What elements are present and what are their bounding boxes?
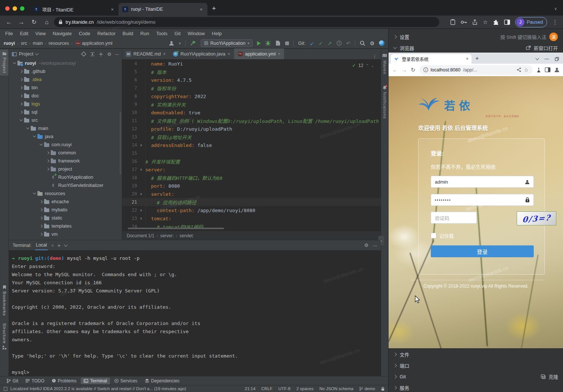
terminal-tab-local[interactable]: Local — [35, 241, 48, 250]
clone-button[interactable]: 克隆 — [541, 373, 558, 380]
breadcrumb-project[interactable]: ruoyi — [4, 41, 15, 46]
stop-button-icon[interactable] — [285, 41, 289, 45]
section-files[interactable]: 文件 — [389, 349, 563, 360]
editor-tab-application-java[interactable]: CRuoYiApplication.java× — [169, 48, 234, 59]
bookmark-star-icon[interactable]: ☆ — [524, 67, 529, 73]
tree-item[interactable]: main — [9, 124, 122, 133]
tool-stripe-maven[interactable]: m Maven — [381, 49, 388, 77]
section-ports[interactable]: 端口 — [389, 360, 563, 371]
line-ending[interactable]: CRLF — [261, 386, 273, 391]
editor-tab-application-yml[interactable]: YMLapplication.yml× — [234, 48, 284, 59]
side-panel-icon[interactable] — [545, 67, 550, 72]
tab-list-chevron-icon[interactable]: ∨ — [554, 6, 563, 16]
close-tab-icon[interactable]: × — [227, 51, 230, 57]
home-icon[interactable]: ⌂ — [41, 19, 52, 26]
tree-chevron-icon[interactable] — [32, 191, 37, 197]
toolwindow-services[interactable]: Services — [111, 378, 140, 384]
tree-chevron-icon[interactable] — [39, 199, 44, 205]
tree-chevron-icon[interactable] — [39, 224, 44, 229]
menu-navigate[interactable]: Navigate — [53, 31, 71, 36]
tree-item[interactable]: mybatis — [9, 206, 122, 214]
fullscreen-window-button[interactable] — [20, 6, 24, 11]
breadcrumb-file[interactable]: application.yml — [82, 41, 113, 46]
next-problem-icon[interactable]: ⌃ — [371, 64, 374, 67]
close-tab-icon[interactable]: × — [466, 56, 469, 61]
editor-options-kebab-icon[interactable]: ⋮ — [369, 54, 381, 59]
menu-git[interactable]: Git — [174, 31, 181, 36]
run-configuration-select[interactable]: RuoYiApplication ▾ — [201, 39, 253, 47]
forward-icon[interactable]: → — [16, 19, 27, 26]
profile-icon[interactable] — [554, 67, 560, 73]
terminal-settings-gear-icon[interactable]: ⚙ — [364, 242, 369, 248]
password-field[interactable]: •••••••• — [431, 194, 534, 206]
side-panel-icon[interactable] — [504, 20, 510, 25]
indent-style[interactable]: 2 spaces — [296, 386, 313, 391]
code-line-current[interactable]: 21 # 应用的访问路径 — [122, 198, 381, 206]
back-icon[interactable]: ← — [392, 67, 398, 73]
menu-tools[interactable]: Tools — [156, 31, 167, 36]
tree-item[interactable]: project — [9, 165, 122, 173]
login-button[interactable]: 登录 — [431, 245, 534, 257]
close-tab-icon[interactable]: × — [110, 7, 115, 12]
tree-item[interactable]: bin — [9, 84, 122, 92]
prev-problem-icon[interactable]: ⌃ — [366, 64, 369, 67]
beaker-icon[interactable] — [536, 67, 541, 73]
close-tab-icon[interactable]: × — [278, 51, 280, 57]
git-branch-widget[interactable]: demo — [359, 386, 375, 391]
tree-item[interactable]: static — [9, 214, 122, 222]
bookmark-star-icon[interactable]: ☆ — [483, 19, 487, 26]
code-editor[interactable]: 4 name: RuoYi 5 # 版本 6 version: 4.7.5 7 … — [122, 60, 381, 229]
search-icon[interactable] — [360, 40, 365, 46]
clipboard-icon[interactable] — [450, 19, 456, 25]
tab-menu-chevron-icon[interactable] — [536, 57, 539, 60]
tree-chevron-icon[interactable] — [19, 118, 24, 123]
settings-gear-icon[interactable]: ⚙ — [370, 40, 374, 46]
menu-help[interactable]: Help — [212, 31, 222, 36]
toolwindow-git[interactable]: Git — [4, 378, 21, 384]
key-icon[interactable] — [461, 20, 467, 24]
minimize-window-button[interactable] — [13, 6, 17, 11]
menu-code[interactable]: Code — [79, 31, 90, 36]
breadcrumb-server[interactable]: server: — [160, 233, 174, 238]
tree-item[interactable]: CRuoYiApplication — [9, 173, 122, 181]
tree-item[interactable]: .idea — [9, 76, 122, 84]
new-terminal-button[interactable]: + — [57, 242, 61, 248]
user-icon[interactable] — [169, 40, 174, 46]
schema-status[interactable]: No JSON schema — [319, 386, 353, 391]
profiler-icon[interactable] — [275, 40, 281, 46]
terminal-output[interactable]: →ruoyigit:(demo) mysql -h mysql -u root … — [9, 251, 381, 376]
hide-terminal-icon[interactable]: — — [373, 243, 377, 248]
tree-item[interactable]: common — [9, 149, 122, 157]
tree-chevron-icon[interactable] — [19, 77, 24, 83]
tree-item[interactable]: com.ruoyi — [9, 141, 122, 149]
horizontal-scrollbar[interactable] — [128, 228, 224, 229]
tree-chevron-icon[interactable] — [45, 158, 51, 164]
open-new-window-button[interactable]: 新窗口打开 — [526, 44, 558, 51]
caret-position[interactable]: 21:14 — [245, 386, 256, 391]
captcha-field[interactable]: 验证码 — [431, 212, 477, 224]
tree-chevron-icon[interactable] — [39, 207, 44, 213]
tree-chevron-icon[interactable] — [19, 93, 24, 99]
tree-item[interactable]: ruoyi~/workspace/ruoyi — [9, 59, 122, 67]
tree-item[interactable]: java — [9, 133, 122, 141]
chevron-down-icon[interactable] — [35, 52, 39, 56]
toolwindow-problems[interactable]: Problems — [49, 378, 80, 384]
browser-tab-active[interactable]: t ruoyi - TitanIDE × — [119, 3, 207, 16]
demo-badge[interactable]: 演 — [549, 33, 558, 41]
build-hammer-icon[interactable] — [190, 40, 196, 46]
editor-tab-readme[interactable]: MDREADME.md× — [122, 48, 169, 59]
extensions-puzzle-icon[interactable] — [493, 19, 499, 25]
tree-item[interactable]: src — [9, 116, 122, 124]
section-browser[interactable]: 浏览器 新窗口打开 — [389, 42, 563, 53]
hide-panel-icon[interactable]: — — [115, 52, 119, 56]
tool-stripe-notifications[interactable]: Notifications — [381, 83, 388, 122]
tree-chevron-icon[interactable] — [25, 126, 31, 131]
breadcrumb-src[interactable]: src — [21, 41, 27, 46]
tree-chevron-icon[interactable] — [19, 85, 24, 91]
locate-file-icon[interactable] — [81, 51, 86, 57]
git-update-icon[interactable]: ↙ — [310, 40, 314, 46]
tree-item[interactable]: logs — [9, 100, 122, 108]
menu-edit[interactable]: Edit — [20, 31, 28, 36]
browser-tab[interactable]: t 项目 - TitanIDE × — [30, 3, 119, 16]
breadcrumb-resources[interactable]: resources — [49, 41, 69, 46]
